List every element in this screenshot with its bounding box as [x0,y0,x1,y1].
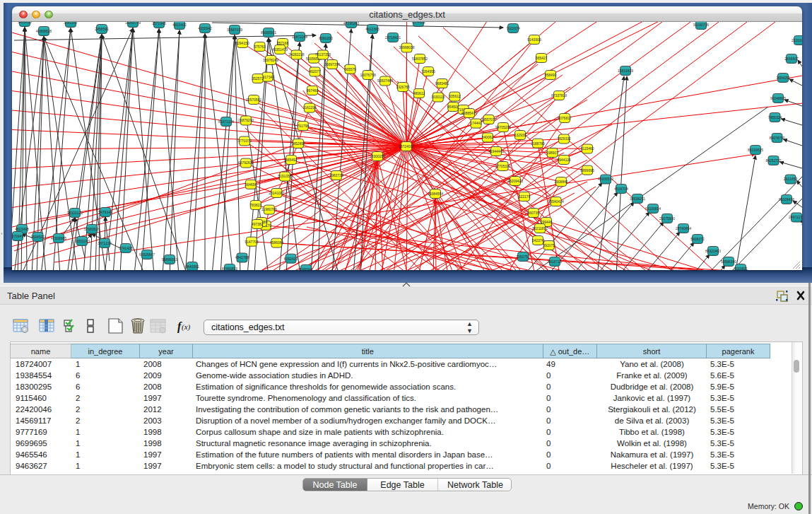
svg-text:3871230: 3871230 [98,241,112,245]
svg-text:7829332: 7829332 [557,136,571,141]
svg-text:23209423: 23209423 [507,179,523,183]
svg-text:89089901: 89089901 [261,30,276,35]
svg-text:132938: 132938 [514,133,526,137]
svg-text:81971316: 81971316 [218,119,234,124]
svg-text:3320821: 3320821 [734,267,748,270]
svg-text:24282218: 24282218 [288,52,304,57]
svg-text:6899695: 6899695 [580,168,594,173]
svg-text:335612: 335612 [449,94,461,98]
svg-text:45935572: 45935572 [598,177,613,181]
svg-text:78137358: 78137358 [315,52,331,57]
svg-text:91030736: 91030736 [693,23,709,27]
svg-text:23141087: 23141087 [269,191,284,195]
svg-text:2839607: 2839607 [784,57,799,61]
svg-text:4903402: 4903402 [172,23,187,27]
svg-text:24972279: 24972279 [789,215,802,219]
svg-text:8294150: 8294150 [235,41,249,45]
svg-text:360735: 360735 [527,211,539,215]
svg-text:47308985: 47308985 [51,236,66,240]
svg-text:9683481: 9683481 [435,81,449,86]
svg-text:5408072: 5408072 [690,237,705,241]
svg-text:31831063: 31831063 [74,239,90,243]
svg-text:2694522: 2694522 [31,235,45,239]
svg-text:33978249: 33978249 [263,58,278,62]
svg-text:42868828: 42868828 [36,29,52,33]
svg-text:10872248: 10872248 [292,35,307,39]
svg-text:497382: 497382 [252,222,264,226]
svg-text:36998038: 36998038 [399,45,414,49]
svg-text:28740864: 28740864 [676,226,691,230]
svg-text:(x): (x) [182,322,191,332]
svg-text:29175900: 29175900 [659,216,675,221]
svg-text:6944126: 6944126 [557,158,571,162]
svg-text:57683626: 57683626 [84,227,100,231]
svg-text:97705310: 97705310 [495,164,510,168]
svg-text:70211891: 70211891 [532,226,548,230]
svg-text:858490: 858490 [545,73,557,77]
svg-text:36697396: 36697396 [324,62,340,66]
svg-text:522179: 522179 [519,194,531,199]
svg-text:5918715: 5918715 [548,259,562,264]
svg-text:3741438: 3741438 [119,246,133,250]
svg-text:19384554: 19384554 [428,192,443,196]
svg-text:96028436: 96028436 [779,197,794,201]
svg-text:45351479: 45351479 [272,47,288,52]
svg-text:58586340: 58586340 [721,259,736,264]
svg-text:51837852: 51837852 [412,57,428,61]
svg-text:4335942: 4335942 [198,26,212,30]
svg-text:791798: 791798 [297,124,309,128]
svg-text:2458591: 2458591 [95,27,109,31]
svg-text:10076758: 10076758 [360,73,375,77]
svg-text:94705205: 94705205 [495,125,511,129]
svg-text:22201654: 22201654 [792,38,802,42]
svg-text:23718431: 23718431 [385,35,401,40]
svg-text:3684052: 3684052 [776,76,790,80]
svg-text:5076817: 5076817 [558,116,572,120]
svg-text:783823: 783823 [249,203,261,207]
svg-text:18300295: 18300295 [370,154,385,158]
svg-text:7350753: 7350753 [516,255,530,259]
svg-text:7264956: 7264956 [421,69,435,74]
svg-text:90048665: 90048665 [770,96,786,100]
svg-text:1983738: 1983738 [329,173,343,177]
svg-text:3770370: 3770370 [237,139,252,143]
svg-text:40885476: 40885476 [461,111,477,115]
svg-text:564656: 564656 [245,182,257,187]
svg-text:14265799: 14265799 [125,22,141,25]
svg-text:3341057: 3341057 [64,22,78,25]
svg-text:198907: 198907 [546,151,558,155]
svg-text:665492: 665492 [286,158,298,162]
svg-text:480612: 480612 [413,91,425,95]
svg-text:299448: 299448 [541,220,553,224]
svg-text:95899313: 95899313 [162,257,177,262]
svg-text:8090293: 8090293 [319,36,333,40]
svg-text:53507489: 53507489 [377,78,393,83]
svg-text:857168: 857168 [277,41,289,45]
svg-text:9115460: 9115460 [580,146,594,151]
svg-text:1419610: 1419610 [18,22,32,24]
svg-text:63100814: 63100814 [645,206,661,211]
svg-text:38538251: 38538251 [630,197,645,201]
svg-text:95320121: 95320121 [67,211,83,215]
svg-text:9143903: 9143903 [527,37,541,42]
svg-text:575763: 575763 [254,45,266,49]
svg-text:9852897: 9852897 [291,141,305,146]
svg-text:81016525: 81016525 [748,148,763,152]
svg-text:9147706: 9147706 [245,240,259,244]
svg-text:66792612: 66792612 [238,160,254,165]
svg-text:26879290: 26879290 [238,118,254,122]
svg-text:87337818: 87337818 [551,93,567,98]
svg-text:84252722: 84252722 [765,158,781,163]
svg-text:1908841: 1908841 [554,180,568,184]
svg-text:665579: 665579 [344,67,356,71]
svg-text:39557077: 39557077 [481,117,496,122]
svg-text:1326765: 1326765 [396,85,410,89]
svg-text:2571945: 2571945 [152,22,166,25]
svg-text:4586084: 4586084 [270,240,284,245]
svg-text:352572: 352572 [252,76,264,81]
svg-text:492077: 492077 [309,69,321,74]
svg-text:39587039: 39587039 [227,28,242,32]
svg-text:3030113: 3030113 [431,95,445,99]
svg-text:55540424: 55540424 [548,199,563,204]
svg-text:2161193: 2161193 [302,105,316,110]
